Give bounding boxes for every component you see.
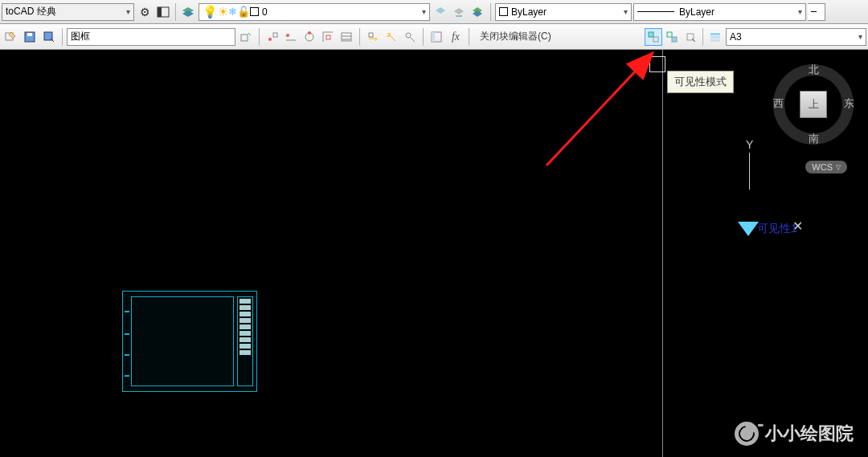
separator	[259, 28, 260, 46]
svg-rect-1	[158, 7, 162, 17]
workspace-panel-icon[interactable]	[154, 3, 172, 21]
visibility-group	[645, 28, 724, 46]
linetype-preview	[637, 11, 674, 12]
xy-param-icon[interactable]	[319, 28, 337, 46]
tooltip-text: 可见性模式	[674, 75, 727, 88]
fx-button[interactable]: fx	[447, 28, 465, 46]
view-cube-top[interactable]: 上	[800, 91, 827, 118]
authoring-palettes-icon[interactable]	[428, 28, 445, 46]
workspace-selector[interactable]: toCAD 经典 ▾	[2, 3, 134, 21]
svg-point-21	[406, 33, 411, 38]
chevron-down-icon: ▾	[858, 32, 862, 41]
separator	[469, 28, 469, 46]
tooltip-visibility-mode: 可见性模式	[667, 71, 734, 93]
svg-rect-12	[241, 35, 248, 41]
svg-point-13	[268, 38, 272, 41]
visibility-grip-icon[interactable]	[738, 222, 759, 236]
wechat-icon: •••	[735, 422, 759, 446]
visibility-param-label: 可见性1	[757, 222, 797, 236]
parameter-group	[264, 28, 355, 46]
make-visible-button[interactable]	[663, 28, 681, 46]
separator	[490, 3, 491, 21]
svg-marker-4	[436, 7, 445, 14]
lightbulb-on-icon: 💡	[203, 5, 218, 19]
svg-rect-18	[326, 35, 330, 39]
lookup-action-icon[interactable]	[383, 28, 400, 46]
chevron-down-icon: ▽	[836, 164, 841, 171]
crosshair-vertical	[662, 50, 663, 457]
layer-stack-icon[interactable]	[179, 3, 197, 21]
svg-marker-5	[454, 8, 464, 14]
make-invisible-button[interactable]	[682, 28, 699, 46]
separator	[359, 28, 360, 46]
chevron-down-icon: ▾	[126, 7, 130, 16]
svg-rect-27	[672, 37, 677, 42]
attribute-def-icon[interactable]	[338, 28, 355, 46]
visibility-state-selector[interactable]: A3 ▾	[726, 28, 866, 46]
move-action-icon[interactable]	[364, 28, 382, 46]
separator	[62, 28, 63, 46]
frame-tick	[125, 354, 129, 356]
lineweight-selector[interactable]	[808, 3, 825, 21]
block-save-icon[interactable]	[21, 28, 39, 46]
polar-param-icon[interactable]	[301, 28, 318, 46]
layer-states-icon[interactable]	[432, 3, 449, 21]
drawing-frame-block[interactable]	[122, 291, 257, 392]
layer-selector[interactable]: 💡 ☀ ❄ 🔓 0 ▾	[199, 3, 430, 21]
svg-rect-24	[649, 32, 653, 37]
linear-param-icon[interactable]	[282, 28, 300, 46]
visibility-state-value: A3	[730, 31, 742, 43]
parameter-sets-icon[interactable]	[401, 28, 419, 46]
linetype-selector[interactable]: ByLayer ▾	[633, 3, 806, 21]
visibility-mode-button[interactable]	[645, 28, 662, 46]
chevron-down-icon: ▾	[422, 7, 426, 16]
svg-point-15	[286, 34, 289, 37]
chevron-down-icon: ▾	[624, 7, 628, 16]
svg-rect-14	[273, 33, 277, 37]
svg-line-33	[547, 55, 651, 165]
color-selector[interactable]: ByLayer ▾	[495, 3, 632, 21]
gear-icon[interactable]: ⚙	[136, 3, 154, 21]
frame-tick	[125, 311, 129, 312]
separator	[423, 28, 424, 46]
block-test-icon[interactable]	[237, 28, 255, 46]
block-name-input[interactable]: 图框	[67, 28, 235, 46]
ucs-indicator: Y ✕ 可见性1	[746, 138, 810, 259]
visibility-states-button[interactable]	[706, 28, 724, 46]
linetype-value: ByLayer	[679, 6, 714, 18]
workspace-tools-group: ⚙	[136, 3, 197, 21]
freeze-icon: ❄	[228, 6, 237, 18]
wcs-badge[interactable]: WCS ▽	[805, 161, 847, 173]
svg-point-17	[308, 31, 311, 35]
layer-manager-icon[interactable]	[469, 3, 486, 21]
compass-west[interactable]: 西	[770, 96, 786, 111]
lineweight-preview	[811, 11, 817, 12]
action-group	[364, 28, 419, 46]
compass-north[interactable]: 北	[805, 63, 821, 77]
view-cube[interactable]: 北 南 西 东 上	[773, 64, 854, 145]
layer-name: 0	[262, 6, 268, 18]
svg-rect-20	[369, 33, 373, 37]
unlock-icon: 🔓	[237, 6, 250, 18]
block-edit-icon[interactable]	[2, 28, 19, 46]
layer-previous-icon[interactable]	[450, 3, 468, 21]
watermark: ••• 小小绘图院	[735, 422, 854, 446]
compass-east[interactable]: 东	[841, 96, 857, 111]
title-block-column	[237, 296, 253, 386]
annotation-arrow	[538, 45, 667, 173]
color-value: ByLayer	[511, 6, 547, 18]
point-param-icon[interactable]	[264, 28, 281, 46]
crosshair-pickbox	[649, 56, 665, 72]
chevron-down-icon: ▾	[798, 7, 802, 16]
ucs-y-axis	[749, 153, 750, 190]
sun-icon: ☀	[218, 5, 228, 19]
drawing-canvas[interactable]: 可见性模式 北 南 西 东 上 WCS ▽ Y ✕ 可见性1	[0, 50, 868, 457]
ucs-y-label: Y	[746, 138, 753, 151]
svg-rect-10	[27, 33, 32, 36]
block-saveas-icon[interactable]	[40, 28, 58, 46]
workspace-value: toCAD 经典	[6, 5, 56, 18]
close-block-editor-button[interactable]: 关闭块编辑器(C)	[473, 30, 558, 43]
svg-rect-31	[710, 39, 720, 42]
svg-marker-7	[473, 10, 482, 17]
separator	[702, 28, 703, 46]
